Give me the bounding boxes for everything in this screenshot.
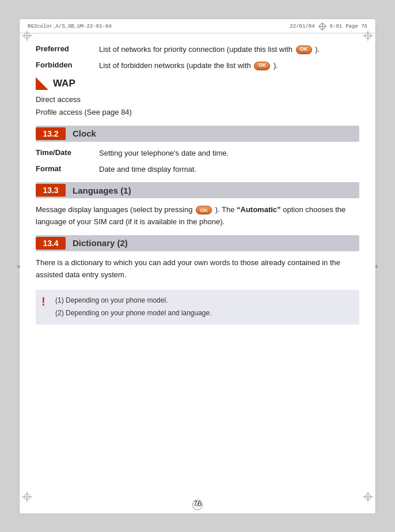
header-left: BG3color_A/S_GB_UM-22-01-04 xyxy=(28,24,112,29)
corner-mark-tl xyxy=(22,31,32,41)
note-box: ! (1) Depending on your phone model. (2)… xyxy=(36,290,359,324)
section-133-num: 13.3 xyxy=(36,184,66,197)
automatic-bold: “Automatic” xyxy=(237,205,281,214)
forbidden-desc: List of forbidden networks (update the l… xyxy=(99,60,359,71)
section-132-bar: 13.2 Clock xyxy=(36,126,359,142)
preferred-row: Preferred List of networks for priority … xyxy=(36,44,359,55)
header-center: 22/01/04 9:01 Page 76 xyxy=(290,22,367,31)
format-term: Format xyxy=(36,164,99,173)
preferred-desc: List of networks for priority connection… xyxy=(99,44,359,55)
wap-header: WAP xyxy=(36,77,359,90)
bottom-reg-mark xyxy=(192,500,203,510)
wap-title: WAP xyxy=(53,78,75,89)
section-134-title: Dictionary (2) xyxy=(66,238,128,248)
timedate-desc: Setting your telephone's date and time. xyxy=(99,148,359,159)
forbidden-desc-before: List of forbidden networks (update the l… xyxy=(99,61,253,70)
wap-links: Direct access Profile access (See page 8… xyxy=(36,93,359,119)
forbidden-row: Forbidden List of forbidden networks (up… xyxy=(36,60,359,71)
section-132-title: Clock xyxy=(66,129,96,138)
print-header: BG3color_A/S_GB_UM-22-01-04 22/01/04 9:0… xyxy=(20,19,375,33)
header-page: Page 76 xyxy=(345,24,367,29)
exclamation-icon: ! xyxy=(41,295,50,307)
forbidden-term: Forbidden xyxy=(36,60,99,69)
forbidden-desc-after: ). xyxy=(274,61,278,70)
format-row: Format Date and time display format. xyxy=(36,164,359,175)
note-lines: (1) Depending on your phone model. (2) D… xyxy=(55,295,212,319)
note-line-1: (1) Depending on your phone model. xyxy=(55,295,212,307)
note-line-2: (2) Depending on your phone model and la… xyxy=(55,307,212,320)
dictionary-body: There is a dictionary to which you can a… xyxy=(36,257,359,281)
languages-text-before: Message display languages (select by pre… xyxy=(36,205,195,214)
timedate-row: Time/Date Setting your telephone's date … xyxy=(36,148,359,159)
cross-right: + xyxy=(373,263,380,270)
cross-left: + xyxy=(15,263,22,270)
languages-body: Message display languages (select by pre… xyxy=(36,204,359,228)
wap-triangle-icon xyxy=(36,77,48,90)
crosshair-icon xyxy=(318,22,326,31)
header-time: 9:01 xyxy=(330,24,343,29)
corner-mark-bl xyxy=(22,492,32,502)
section-134-bar: 13.4 Dictionary (2) xyxy=(36,235,359,251)
wap-link1: Direct access xyxy=(36,93,359,106)
corner-mark-tr xyxy=(363,31,373,41)
preferred-desc-before: List of networks for priority connection… xyxy=(99,45,295,54)
preferred-desc-after: ). xyxy=(315,45,320,54)
section-134-num: 13.4 xyxy=(36,237,66,250)
format-desc: Date and time display format. xyxy=(99,164,359,175)
languages-ok-btn: OK xyxy=(196,206,212,214)
header-date: 22/01/04 xyxy=(290,24,314,29)
wap-link2: Profile access (See page 84) xyxy=(36,106,359,119)
corner-mark-br xyxy=(363,492,373,502)
content-area: Preferred List of networks for priority … xyxy=(20,33,375,496)
timedate-term: Time/Date xyxy=(36,148,99,157)
preferred-ok-btn: OK xyxy=(296,46,312,54)
section-132-num: 13.2 xyxy=(36,127,66,140)
section-133-title: Languages (1) xyxy=(66,186,131,195)
section-133-bar: 13.3 Languages (1) xyxy=(36,182,359,198)
forbidden-ok-btn: OK xyxy=(254,62,270,70)
preferred-term: Preferred xyxy=(36,44,99,53)
page-container: + + BG3color_A/S_GB_UM-22-01-04 22/01/04… xyxy=(19,18,376,514)
